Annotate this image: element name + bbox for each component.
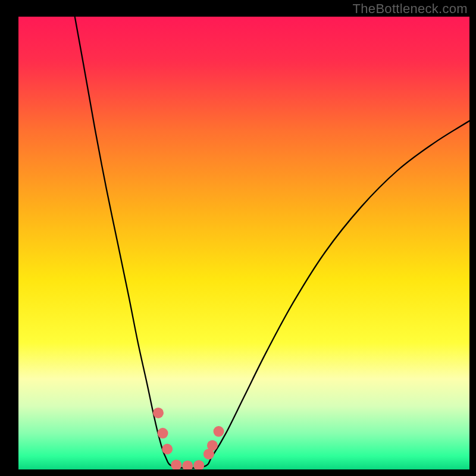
data-marker — [153, 408, 164, 418]
plot-background — [18, 17, 469, 469]
chart-frame: TheBottleneck.com — [0, 0, 476, 476]
data-marker — [193, 460, 204, 471]
data-marker — [171, 459, 181, 470]
chart-canvas — [0, 0, 476, 476]
data-marker — [162, 444, 173, 455]
data-marker — [207, 440, 218, 451]
watermark-text: TheBottleneck.com — [353, 1, 468, 17]
data-marker — [158, 428, 168, 439]
data-marker — [182, 461, 193, 471]
data-marker — [214, 426, 224, 437]
